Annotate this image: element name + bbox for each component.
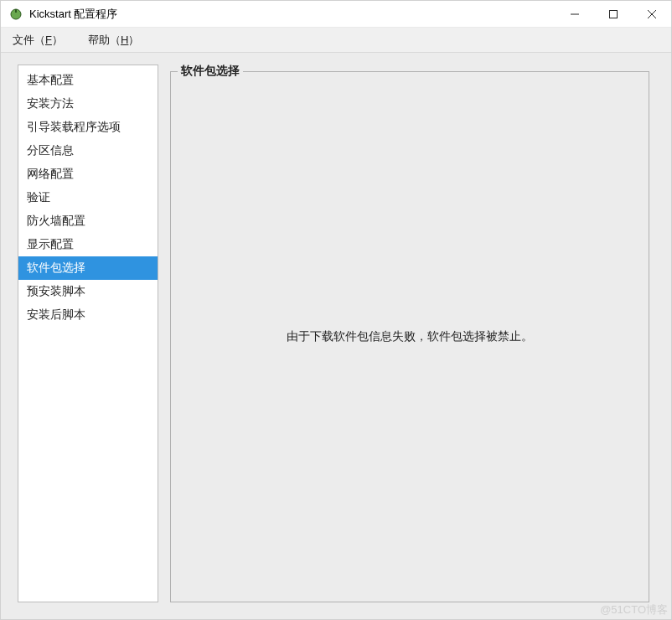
client-area: 基本配置安装方法引导装载程序选项分区信息网络配置验证防火墙配置显示配置软件包选择… — [1, 53, 671, 619]
menubar: 文件（F） 帮助（H） — [1, 28, 671, 53]
maximize-icon — [609, 10, 618, 18]
sidebar-item-5[interactable]: 验证 — [18, 186, 158, 209]
close-button[interactable] — [633, 1, 671, 27]
titlebar: Kickstart 配置程序 — [1, 1, 671, 28]
sidebar-item-2[interactable]: 引导装载程序选项 — [18, 116, 158, 139]
menu-file-label: 文件 — [13, 34, 34, 46]
app-icon — [9, 8, 23, 21]
status-message: 由于下载软件包信息失败，软件包选择被禁止。 — [287, 329, 533, 344]
content-group: 软件包选择 由于下载软件包信息失败，软件包选择被禁止。 — [170, 71, 649, 602]
sidebar-item-3[interactable]: 分区信息 — [18, 139, 158, 163]
window-controls — [556, 1, 671, 27]
sidebar-item-4[interactable]: 网络配置 — [18, 163, 158, 186]
sidebar-item-7[interactable]: 显示配置 — [18, 233, 158, 256]
menu-help-label: 帮助 — [88, 34, 110, 46]
close-icon — [648, 10, 656, 18]
sidebar[interactable]: 基本配置安装方法引导装载程序选项分区信息网络配置验证防火墙配置显示配置软件包选择… — [18, 65, 158, 602]
sidebar-item-1[interactable]: 安装方法 — [18, 92, 158, 116]
sidebar-item-8[interactable]: 软件包选择 — [18, 256, 158, 280]
app-window: Kickstart 配置程序 文件（F） 帮助（H） 基本配置安装方法引导装载程… — [0, 0, 672, 620]
sidebar-item-0[interactable]: 基本配置 — [18, 69, 158, 92]
window-title: Kickstart 配置程序 — [29, 7, 117, 22]
maximize-button[interactable] — [594, 1, 633, 27]
minimize-icon — [571, 10, 579, 18]
content-area: 软件包选择 由于下载软件包信息失败，软件包选择被禁止。 — [170, 65, 649, 602]
minimize-button[interactable] — [556, 1, 594, 27]
svg-rect-1 — [15, 9, 17, 13]
watermark: @51CTO博客 — [600, 602, 668, 617]
svg-rect-3 — [610, 10, 618, 18]
group-title: 软件包选择 — [178, 64, 243, 79]
sidebar-item-6[interactable]: 防火墙配置 — [18, 209, 158, 233]
sidebar-item-9[interactable]: 预安装脚本 — [18, 280, 158, 303]
menu-help[interactable]: 帮助（H） — [83, 30, 144, 50]
sidebar-item-10[interactable]: 安装后脚本 — [18, 303, 158, 327]
menu-file[interactable]: 文件（F） — [8, 30, 68, 50]
group-body: 由于下载软件包信息失败，软件包选择被禁止。 — [171, 72, 649, 602]
